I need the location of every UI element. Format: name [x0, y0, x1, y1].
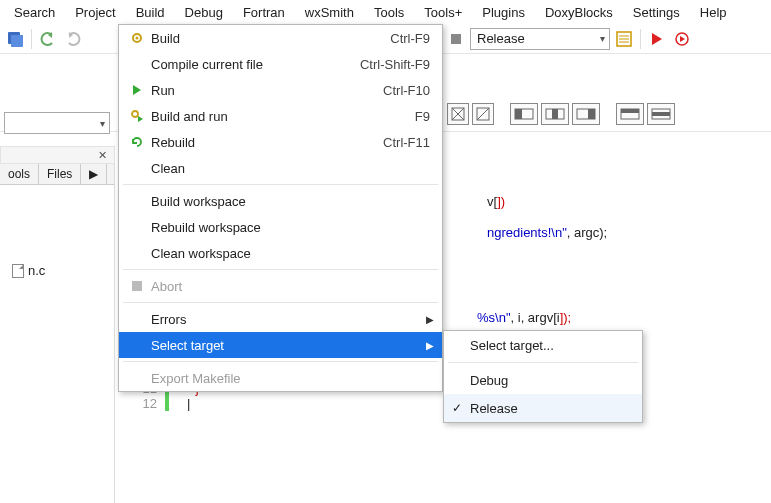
menu-doxyblocks[interactable]: DoxyBlocks [535, 3, 623, 22]
save-all-icon[interactable] [4, 28, 26, 50]
mi-compile-file[interactable]: Compile current file Ctrl-Shift-F9 [119, 51, 442, 77]
code-text: ]) [497, 194, 505, 209]
mi-build[interactable]: Build Ctrl-F9 [119, 25, 442, 51]
menu-fortran[interactable]: Fortran [233, 3, 295, 22]
mi-label: Build and run [147, 109, 415, 124]
layout-btn-5[interactable] [572, 103, 600, 125]
mi-rebuild-workspace[interactable]: Rebuild workspace [119, 214, 442, 240]
menu-settings[interactable]: Settings [623, 3, 690, 22]
menu-divider [123, 269, 438, 270]
menu-divider [123, 184, 438, 185]
mi-label: Run [147, 83, 383, 98]
mi-errors[interactable]: Errors ▶ [119, 306, 442, 332]
svg-rect-16 [515, 109, 522, 119]
menu-debug[interactable]: Debug [175, 3, 233, 22]
build-target-value: Release [477, 31, 525, 46]
svg-rect-28 [132, 281, 142, 291]
mi-label: Compile current file [147, 57, 360, 72]
build-dropdown: Build Ctrl-F9 Compile current file Ctrl-… [118, 24, 443, 392]
caret: | [177, 396, 190, 411]
select-target-submenu: Select target... Debug ✓ Release [443, 330, 643, 423]
menu-wxsmith[interactable]: wxSmith [295, 3, 364, 22]
code-text: , argc); [567, 225, 607, 240]
menu-divider [448, 362, 638, 363]
code-text: ]); [560, 310, 572, 325]
undo-icon[interactable] [37, 28, 59, 50]
mi-label: Select target [147, 338, 420, 353]
svg-point-27 [132, 111, 138, 117]
svg-rect-18 [552, 109, 558, 119]
gear-icon [127, 31, 147, 45]
submenu-arrow-icon: ▶ [420, 340, 434, 351]
mi-export-makefile: Export Makefile [119, 365, 442, 391]
left-combo[interactable] [4, 112, 110, 134]
next-icon[interactable] [671, 28, 693, 50]
layout-btn-2[interactable] [472, 103, 494, 125]
tree-file-label: n.c [28, 263, 45, 278]
tab-more[interactable]: ▶ [81, 164, 107, 184]
mi-shortcut: Ctrl-F10 [383, 83, 434, 98]
list-icon[interactable] [613, 28, 635, 50]
tab-files[interactable]: Files [39, 164, 81, 184]
menu-divider [123, 361, 438, 362]
tree-file-item[interactable]: n.c [4, 261, 110, 280]
mi-clean-workspace[interactable]: Clean workspace [119, 240, 442, 266]
mi-run[interactable]: Run Ctrl-F10 [119, 77, 442, 103]
svg-rect-24 [652, 112, 670, 116]
file-tree: n.c [0, 185, 114, 286]
mi-clean[interactable]: Clean [119, 155, 442, 181]
mi-shortcut: Ctrl-F9 [390, 31, 434, 46]
layout-btn-1[interactable] [447, 103, 469, 125]
mi-label: Select target... [466, 338, 634, 353]
build-target-combo[interactable]: Release [470, 28, 610, 50]
mi-shortcut: Ctrl-F11 [383, 135, 434, 150]
svg-rect-20 [588, 109, 595, 119]
cycle-icon [127, 135, 147, 149]
layout-btn-4[interactable] [541, 103, 569, 125]
menu-bar: Search Project Build Debug Fortran wxSmi… [0, 0, 771, 24]
layout-btn-7[interactable] [647, 103, 675, 125]
svg-point-26 [136, 37, 139, 40]
mi-label: Clean [147, 161, 434, 176]
pane-close-icon[interactable]: ✕ [95, 149, 110, 162]
code-text: v[ [487, 194, 497, 209]
line-number: 12 [115, 396, 165, 411]
mi-build-workspace[interactable]: Build workspace [119, 188, 442, 214]
separator [640, 29, 641, 49]
run-icon[interactable] [646, 28, 668, 50]
code-text: , i, argv[ [511, 310, 557, 325]
mi-label: Errors [147, 312, 420, 327]
mi-label: Rebuild [147, 135, 383, 150]
submenu-debug[interactable]: Debug [444, 366, 642, 394]
menu-project[interactable]: Project [65, 3, 125, 22]
mi-label: Abort [147, 279, 434, 294]
menu-divider [123, 302, 438, 303]
tab-tools[interactable]: ools [0, 164, 39, 184]
menu-help[interactable]: Help [690, 3, 737, 22]
mi-label: Debug [466, 373, 634, 388]
layout-btn-3[interactable] [510, 103, 538, 125]
mi-select-target[interactable]: Select target ▶ [119, 332, 442, 358]
menu-build[interactable]: Build [126, 3, 175, 22]
mi-abort: Abort [119, 273, 442, 299]
file-icon [12, 264, 24, 278]
mi-label: Build workspace [147, 194, 434, 209]
menu-toolsplus[interactable]: Tools+ [414, 3, 472, 22]
mi-build-run[interactable]: Build and run F9 [119, 103, 442, 129]
submenu-release[interactable]: ✓ Release [444, 394, 642, 422]
menu-plugins[interactable]: Plugins [472, 3, 535, 22]
project-sidebar: ools Files ▶ n.c [0, 164, 115, 503]
menu-search[interactable]: Search [4, 3, 65, 22]
pane-header: ✕ [0, 146, 115, 164]
stop-icon[interactable] [445, 28, 467, 50]
submenu-select-target[interactable]: Select target... [444, 331, 642, 359]
code-string: ngredients!\n" [487, 225, 567, 240]
play-icon [127, 84, 147, 96]
layout-btn-6[interactable] [616, 103, 644, 125]
mi-rebuild[interactable]: Rebuild Ctrl-F11 [119, 129, 442, 155]
redo-icon[interactable] [62, 28, 84, 50]
sidebar-tabs: ools Files ▶ [0, 164, 114, 185]
mi-label: Export Makefile [147, 371, 434, 386]
separator [31, 29, 32, 49]
menu-tools[interactable]: Tools [364, 3, 414, 22]
